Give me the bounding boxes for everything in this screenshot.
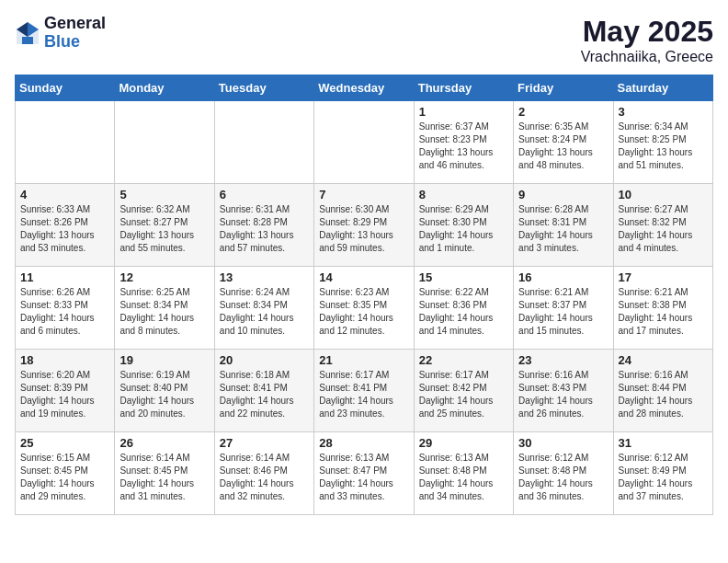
calendar-cell: 21Sunrise: 6:17 AM Sunset: 8:41 PM Dayli…	[314, 350, 414, 432]
cell-info: Sunrise: 6:18 AM Sunset: 8:41 PM Dayligh…	[220, 369, 309, 420]
day-number: 1	[419, 105, 508, 119]
day-number: 14	[319, 270, 408, 284]
week-row-1: 1Sunrise: 6:37 AM Sunset: 8:23 PM Daylig…	[16, 101, 713, 184]
calendar-cell: 14Sunrise: 6:23 AM Sunset: 8:35 PM Dayli…	[314, 267, 414, 350]
cell-info: Sunrise: 6:28 AM Sunset: 8:31 PM Dayligh…	[518, 203, 608, 255]
day-number: 11	[20, 270, 109, 284]
calendar-cell	[314, 101, 414, 184]
calendar-body: 1Sunrise: 6:37 AM Sunset: 8:23 PM Daylig…	[16, 101, 713, 515]
calendar-cell: 11Sunrise: 6:26 AM Sunset: 8:33 PM Dayli…	[16, 267, 115, 350]
subtitle: Vrachnaiika, Greece	[581, 49, 713, 65]
day-number: 3	[619, 105, 708, 119]
calendar-cell: 28Sunrise: 6:13 AM Sunset: 8:47 PM Dayli…	[314, 432, 414, 515]
header-cell-wednesday: Wednesday	[314, 75, 414, 101]
header-cell-sunday: Sunday	[16, 75, 115, 101]
calendar-cell: 25Sunrise: 6:15 AM Sunset: 8:45 PM Dayli…	[16, 432, 115, 515]
header-cell-thursday: Thursday	[414, 75, 513, 101]
calendar-cell	[16, 101, 115, 184]
day-number: 2	[518, 105, 608, 119]
page-header: General Blue May 2025 Vrachnaiika, Greec…	[15, 15, 713, 65]
cell-info: Sunrise: 6:17 AM Sunset: 8:42 PM Dayligh…	[419, 369, 508, 420]
day-number: 20	[220, 353, 309, 367]
week-row-3: 11Sunrise: 6:26 AM Sunset: 8:33 PM Dayli…	[16, 267, 713, 350]
day-number: 23	[518, 353, 608, 367]
title-block: May 2025 Vrachnaiika, Greece	[581, 15, 713, 65]
logo-blue: Blue	[44, 33, 106, 52]
day-number: 15	[419, 270, 508, 284]
header-row: SundayMondayTuesdayWednesdayThursdayFrid…	[16, 75, 713, 101]
week-row-2: 4Sunrise: 6:33 AM Sunset: 8:26 PM Daylig…	[16, 184, 713, 267]
calendar-cell: 7Sunrise: 6:30 AM Sunset: 8:29 PM Daylig…	[314, 184, 414, 267]
cell-info: Sunrise: 6:26 AM Sunset: 8:33 PM Dayligh…	[20, 286, 109, 338]
calendar-cell: 31Sunrise: 6:12 AM Sunset: 8:49 PM Dayli…	[613, 432, 712, 515]
day-number: 30	[518, 436, 608, 450]
cell-info: Sunrise: 6:37 AM Sunset: 8:23 PM Dayligh…	[419, 121, 508, 172]
calendar-cell: 4Sunrise: 6:33 AM Sunset: 8:26 PM Daylig…	[16, 184, 115, 267]
cell-info: Sunrise: 6:25 AM Sunset: 8:34 PM Dayligh…	[119, 286, 209, 338]
calendar-cell: 13Sunrise: 6:24 AM Sunset: 8:34 PM Dayli…	[214, 267, 313, 350]
day-number: 25	[20, 436, 109, 450]
calendar-cell	[214, 101, 313, 184]
cell-info: Sunrise: 6:27 AM Sunset: 8:32 PM Dayligh…	[619, 203, 708, 255]
day-number: 31	[619, 436, 708, 450]
day-number: 19	[119, 353, 209, 367]
week-row-4: 18Sunrise: 6:20 AM Sunset: 8:39 PM Dayli…	[16, 350, 713, 432]
cell-info: Sunrise: 6:14 AM Sunset: 8:46 PM Dayligh…	[220, 452, 309, 503]
day-number: 13	[220, 270, 309, 284]
cell-info: Sunrise: 6:14 AM Sunset: 8:45 PM Dayligh…	[119, 452, 209, 503]
calendar-cell: 26Sunrise: 6:14 AM Sunset: 8:45 PM Dayli…	[115, 432, 214, 515]
day-number: 9	[518, 188, 608, 201]
calendar-cell: 6Sunrise: 6:31 AM Sunset: 8:28 PM Daylig…	[214, 184, 313, 267]
day-number: 5	[119, 188, 209, 201]
calendar-cell: 3Sunrise: 6:34 AM Sunset: 8:25 PM Daylig…	[613, 101, 712, 184]
header-cell-monday: Monday	[115, 75, 214, 101]
day-number: 10	[619, 188, 708, 201]
calendar-cell: 22Sunrise: 6:17 AM Sunset: 8:42 PM Dayli…	[414, 350, 513, 432]
cell-info: Sunrise: 6:24 AM Sunset: 8:34 PM Dayligh…	[220, 286, 309, 338]
calendar-cell: 2Sunrise: 6:35 AM Sunset: 8:24 PM Daylig…	[514, 101, 613, 184]
cell-info: Sunrise: 6:12 AM Sunset: 8:48 PM Dayligh…	[518, 452, 608, 503]
week-row-5: 25Sunrise: 6:15 AM Sunset: 8:45 PM Dayli…	[16, 432, 713, 515]
calendar-cell: 27Sunrise: 6:14 AM Sunset: 8:46 PM Dayli…	[214, 432, 313, 515]
cell-info: Sunrise: 6:35 AM Sunset: 8:24 PM Dayligh…	[518, 121, 608, 172]
calendar-cell: 8Sunrise: 6:29 AM Sunset: 8:30 PM Daylig…	[414, 184, 513, 267]
cell-info: Sunrise: 6:16 AM Sunset: 8:44 PM Dayligh…	[619, 369, 708, 420]
cell-info: Sunrise: 6:15 AM Sunset: 8:45 PM Dayligh…	[20, 452, 109, 503]
logo: General Blue	[15, 15, 106, 52]
calendar-cell: 20Sunrise: 6:18 AM Sunset: 8:41 PM Dayli…	[214, 350, 313, 432]
calendar-header: SundayMondayTuesdayWednesdayThursdayFrid…	[16, 75, 713, 101]
day-number: 29	[419, 436, 508, 450]
day-number: 18	[20, 353, 109, 367]
cell-info: Sunrise: 6:20 AM Sunset: 8:39 PM Dayligh…	[20, 369, 109, 420]
day-number: 26	[119, 436, 209, 450]
header-cell-tuesday: Tuesday	[214, 75, 313, 101]
cell-info: Sunrise: 6:23 AM Sunset: 8:35 PM Dayligh…	[319, 286, 408, 338]
cell-info: Sunrise: 6:13 AM Sunset: 8:47 PM Dayligh…	[319, 452, 408, 503]
cell-info: Sunrise: 6:32 AM Sunset: 8:27 PM Dayligh…	[119, 203, 209, 255]
cell-info: Sunrise: 6:21 AM Sunset: 8:38 PM Dayligh…	[619, 286, 708, 338]
day-number: 6	[220, 188, 309, 201]
cell-info: Sunrise: 6:12 AM Sunset: 8:49 PM Dayligh…	[619, 452, 708, 503]
cell-info: Sunrise: 6:34 AM Sunset: 8:25 PM Dayligh…	[619, 121, 708, 172]
cell-info: Sunrise: 6:16 AM Sunset: 8:43 PM Dayligh…	[518, 369, 608, 420]
day-number: 24	[619, 353, 708, 367]
calendar-cell: 29Sunrise: 6:13 AM Sunset: 8:48 PM Dayli…	[414, 432, 513, 515]
cell-info: Sunrise: 6:13 AM Sunset: 8:48 PM Dayligh…	[419, 452, 508, 503]
svg-rect-3	[22, 37, 33, 44]
calendar-cell: 19Sunrise: 6:19 AM Sunset: 8:40 PM Dayli…	[115, 350, 214, 432]
calendar-cell: 5Sunrise: 6:32 AM Sunset: 8:27 PM Daylig…	[115, 184, 214, 267]
cell-info: Sunrise: 6:21 AM Sunset: 8:37 PM Dayligh…	[518, 286, 608, 338]
cell-info: Sunrise: 6:31 AM Sunset: 8:28 PM Dayligh…	[220, 203, 309, 255]
cell-info: Sunrise: 6:33 AM Sunset: 8:26 PM Dayligh…	[20, 203, 109, 255]
calendar-cell: 1Sunrise: 6:37 AM Sunset: 8:23 PM Daylig…	[414, 101, 513, 184]
cell-info: Sunrise: 6:29 AM Sunset: 8:30 PM Dayligh…	[419, 203, 508, 255]
day-number: 8	[419, 188, 508, 201]
calendar-table: SundayMondayTuesdayWednesdayThursdayFrid…	[15, 75, 713, 515]
calendar-cell: 15Sunrise: 6:22 AM Sunset: 8:36 PM Dayli…	[414, 267, 513, 350]
calendar-cell: 17Sunrise: 6:21 AM Sunset: 8:38 PM Dayli…	[613, 267, 712, 350]
calendar-cell	[115, 101, 214, 184]
logo-text: General Blue	[44, 15, 106, 52]
calendar-cell: 23Sunrise: 6:16 AM Sunset: 8:43 PM Dayli…	[514, 350, 613, 432]
day-number: 17	[619, 270, 708, 284]
calendar-cell: 9Sunrise: 6:28 AM Sunset: 8:31 PM Daylig…	[514, 184, 613, 267]
